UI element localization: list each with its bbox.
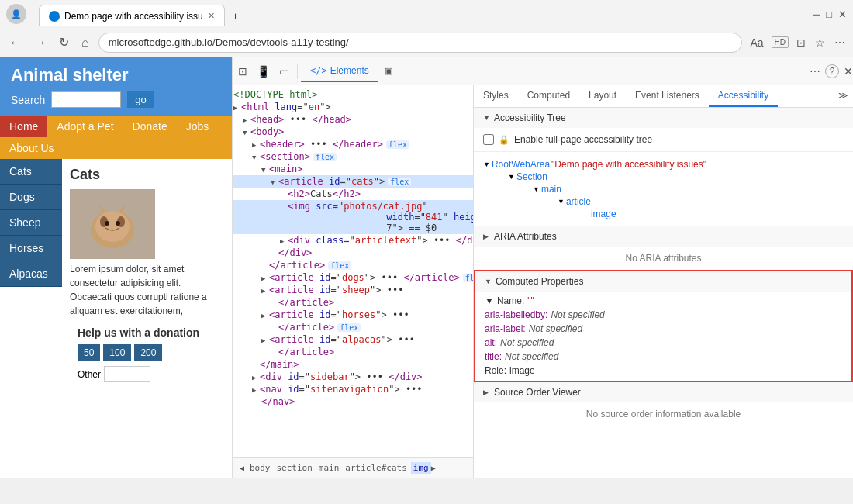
breadcrumb-img[interactable]: img — [411, 462, 431, 474]
acc-section-node[interactable]: ▼ Section — [483, 171, 844, 183]
donation-amounts: 50 100 200 — [78, 344, 216, 361]
div-sidebar-node[interactable]: <div id="sidebar"> ••• </div> — [233, 371, 473, 383]
url-input[interactable]: microsoftedge.github.io/Demos/devtools-a… — [98, 33, 743, 53]
inspect-element-button[interactable]: ⊡ — [233, 62, 252, 81]
sidebar-dogs[interactable]: Dogs — [0, 185, 62, 210]
article-dogs-node[interactable]: <article id="dogs"> ••• </article>flex — [233, 271, 473, 284]
aria-attributes-header[interactable]: ARIA Attributes — [474, 226, 853, 247]
article-cats-node[interactable]: <article id="cats">flex — [233, 175, 473, 188]
nav-sitenavigation-node[interactable]: <nav id="sitenavigation"> ••• — [233, 383, 473, 395]
help-icon[interactable]: ? — [825, 64, 839, 78]
source-order-label: Source Order Viewer — [494, 387, 581, 398]
donate-50-button[interactable]: 50 — [78, 344, 100, 361]
article-sheep-node[interactable]: <article id="sheep"> ••• — [233, 284, 473, 296]
elements-tab[interactable]: </> Elements — [301, 60, 378, 82]
enable-tree-checkbox[interactable] — [483, 134, 494, 145]
nav-home[interactable]: Home — [0, 116, 47, 137]
nav-close[interactable]: </nav> — [233, 395, 473, 408]
minimize-icon[interactable]: ─ — [813, 9, 820, 20]
acc-article-node[interactable]: ▼ article — [483, 195, 844, 208]
sidebar-alpacas[interactable]: Alpacas — [0, 261, 62, 287]
html-node[interactable]: <html lang="en"> — [233, 101, 473, 113]
acc-main-node[interactable]: ▼ main — [483, 183, 844, 195]
panel-more-icon[interactable]: ≫ — [834, 85, 853, 107]
more-tools-icon[interactable]: ⋯ — [810, 65, 820, 78]
dom-tree: <!DOCTYPE html> <html lang="en"> <head> … — [233, 85, 473, 411]
new-tab-button[interactable]: + — [225, 7, 247, 25]
read-aloud-icon[interactable]: Aa — [748, 35, 765, 50]
nav-adopt[interactable]: Adopt a Pet — [47, 116, 123, 137]
sidebar-nav: Cats Dogs Sheep Horses Alpacas — [0, 159, 62, 398]
name-row: ▼ Name: "" — [475, 292, 851, 308]
article-alpacas-node[interactable]: <article id="alpacas"> ••• — [233, 333, 473, 346]
breadcrumb-scroll-left[interactable]: ◀ — [240, 464, 247, 472]
breadcrumb-main[interactable]: main — [316, 462, 342, 474]
nav-donate[interactable]: Donate — [123, 116, 177, 137]
devtools-close-icon[interactable]: ✕ — [844, 65, 853, 78]
main-close-node[interactable]: </main> — [233, 358, 473, 371]
layout-tab[interactable]: Layout — [579, 85, 626, 107]
search-go-button[interactable]: go — [127, 91, 154, 108]
article-close-node[interactable]: </article>flex — [233, 259, 473, 271]
acc-image-node[interactable]: ▼ image — [483, 208, 844, 220]
breadcrumb-section[interactable]: section — [275, 462, 315, 474]
article-sheep-close[interactable]: </article> — [233, 296, 473, 309]
div-close-node[interactable]: </div> — [233, 247, 473, 259]
computed-tab[interactable]: Computed — [518, 85, 579, 107]
title-row: title: Not specified — [475, 350, 851, 364]
active-tab[interactable]: Demo page with accessibility issu ✕ — [39, 5, 225, 26]
donate-100-button[interactable]: 100 — [103, 344, 131, 361]
breadcrumb-article-cats[interactable]: article#cats — [343, 462, 409, 474]
aria-label-row: aria-label: Not specified — [475, 322, 851, 336]
hd-icon[interactable]: HD — [772, 36, 789, 48]
favorites-icon[interactable]: ☆ — [813, 35, 827, 50]
maximize-icon[interactable]: □ — [826, 9, 832, 20]
breadcrumb-scroll-right[interactable]: ▶ — [431, 464, 439, 472]
img-node[interactable]: <img src="photos/cat.jpg" width="841" he… — [233, 200, 473, 234]
drawer-button[interactable]: ▭ — [275, 62, 294, 81]
split-icon[interactable]: ⊡ — [795, 35, 807, 50]
refresh-button[interactable]: ↻ — [56, 33, 72, 51]
more-icon[interactable]: ⋯ — [833, 35, 847, 50]
sidebar-sheep[interactable]: Sheep — [0, 210, 62, 236]
article-horses-node[interactable]: <article id="horses"> ••• — [233, 309, 473, 321]
acc-root-node[interactable]: ▼ RootWebArea "Demo page with accessibil… — [483, 158, 844, 171]
home-button[interactable]: ⌂ — [78, 34, 92, 51]
dom-tree-scroll[interactable]: <!DOCTYPE html> <html lang="en"> <head> … — [233, 85, 473, 457]
accessibility-tree-header[interactable]: Accessibility Tree — [474, 108, 853, 128]
main-node[interactable]: <main> — [233, 163, 473, 175]
address-bar: ← → ↻ ⌂ microsoftedge.github.io/Demos/de… — [0, 28, 853, 57]
donate-200-button[interactable]: 200 — [134, 344, 162, 361]
styles-tab[interactable]: Styles — [474, 85, 518, 107]
article-alpacas-close[interactable]: </article> — [233, 346, 473, 358]
device-emulation-button[interactable]: 📱 — [252, 62, 275, 81]
donation-section: Help us with a donation 50 100 200 Other — [70, 318, 224, 390]
close-icon[interactable]: ✕ — [838, 9, 847, 20]
article-horses-close[interactable]: </article>flex — [233, 321, 473, 333]
dom-tree-container: <!DOCTYPE html> <html lang="en"> <head> … — [233, 85, 474, 478]
nav-about[interactable]: About Us — [0, 137, 64, 159]
breadcrumb-body[interactable]: body — [247, 462, 273, 474]
console-tab[interactable]: ▣ — [378, 60, 399, 82]
enable-tree-icon: 🔒 — [499, 135, 509, 145]
accessibility-tab[interactable]: Accessibility — [709, 85, 778, 107]
sidebar-cats[interactable]: Cats — [0, 159, 62, 185]
shelter-search: Search go — [11, 91, 221, 108]
section-node[interactable]: <section>flex — [233, 150, 473, 163]
div-articletext-node[interactable]: <div class="articletext"> ••• </div> — [233, 234, 473, 247]
nav-jobs[interactable]: Jobs — [177, 116, 219, 137]
other-amount-input[interactable] — [104, 366, 150, 382]
doctype-node[interactable]: <!DOCTYPE html> — [233, 88, 473, 101]
event-listeners-tab[interactable]: Event Listeners — [626, 85, 709, 107]
head-node[interactable]: <head> ••• </head> — [233, 113, 473, 126]
source-order-header[interactable]: Source Order Viewer — [474, 382, 853, 402]
body-node[interactable]: <body> — [233, 126, 473, 138]
computed-properties-header[interactable]: Computed Properties — [475, 271, 851, 292]
back-button[interactable]: ← — [6, 34, 25, 51]
header-node[interactable]: <header> ••• </header>flex — [233, 138, 473, 150]
search-input[interactable] — [51, 91, 121, 108]
forward-button[interactable]: → — [31, 34, 50, 51]
h2-cats-node[interactable]: <h2>Cats</h2> — [233, 188, 473, 200]
sidebar-horses[interactable]: Horses — [0, 236, 62, 261]
tab-close-button[interactable]: ✕ — [208, 11, 215, 21]
